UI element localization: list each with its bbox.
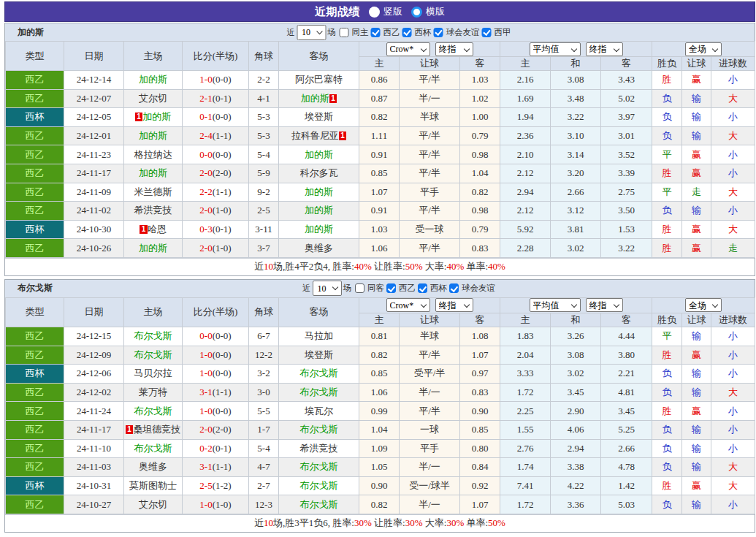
summary-part: 40%	[446, 261, 464, 273]
halftime-score: (0-1)	[213, 224, 232, 235]
outcome-0: 负	[652, 202, 682, 221]
fulltime-score: 0-0	[199, 149, 212, 160]
col-header: 客	[460, 313, 500, 327]
checkbox-same-home[interactable]: 同主	[340, 27, 369, 38]
checkbox-label-laliga2: 西乙	[399, 283, 416, 294]
fulltime-score: 0-3	[199, 224, 212, 235]
outcome-0-label: 负	[663, 499, 672, 510]
corners: 4-1	[249, 89, 279, 108]
checkbox-laliga2-input[interactable]	[386, 283, 396, 293]
bookmaker-select[interactable]: Crow*	[387, 299, 429, 311]
checkbox-club-friendly[interactable]: 球会友谊	[449, 283, 495, 294]
checkbox-club-friendly-input[interactable]	[449, 283, 459, 293]
radio-label-vertical: 竖版	[383, 5, 402, 18]
vertical-layout-radio[interactable]	[369, 7, 380, 18]
col-header: 和	[551, 57, 601, 71]
away-team: 埃登斯	[279, 346, 359, 365]
outcome-2: 小	[711, 420, 755, 439]
matches-table-body: 西乙24-12-15布尔戈斯0-0(0-0)6-7马拉加0.81半球1.081.…	[6, 327, 755, 514]
bookmaker-select[interactable]: Crow*	[387, 43, 429, 56]
recent-count-select[interactable]: 10	[313, 281, 341, 295]
horizontal-layout-radio[interactable]	[411, 7, 422, 18]
fulltime-select[interactable]: 全场	[686, 299, 721, 311]
asian-odds-0: 0.82	[359, 346, 400, 365]
away-team-name: 加的斯	[305, 186, 333, 197]
outcome-2: 走	[711, 239, 755, 258]
outcome-0-label: 胜	[663, 349, 672, 360]
outcome-0: 负	[652, 108, 682, 127]
corners: 2-2	[249, 71, 279, 90]
checkbox-copa[interactable]: 西杯	[402, 27, 432, 38]
outcome-1-label: 赢	[692, 74, 701, 85]
outcome-1-label: 输	[692, 205, 701, 216]
score: 0-3(0-1)	[183, 220, 249, 239]
asian-odds-0: 0.81	[359, 327, 400, 346]
checkbox-laliga-input[interactable]	[482, 28, 492, 37]
score: 3-1(1-1)	[183, 383, 249, 402]
layout-radio-vertical[interactable]: 竖版	[369, 5, 402, 18]
checkbox-laliga2-input[interactable]	[371, 28, 381, 37]
checkbox-copa-input[interactable]	[402, 28, 412, 37]
checkbox-laliga[interactable]: 西甲	[482, 27, 511, 38]
outcome-2: 小	[711, 346, 755, 365]
recent-count-select[interactable]: 10	[297, 26, 325, 39]
outcome-1: 赢	[682, 346, 711, 365]
checkbox-club-friendly[interactable]: 球会友谊	[434, 27, 480, 38]
average-select[interactable]: 平均值	[530, 299, 580, 311]
asian-final-select-wrap: 终指	[435, 42, 473, 56]
match-date: 24-12-07	[64, 89, 124, 108]
asian-odds-2: 1.07	[460, 495, 500, 514]
fulltime-select[interactable]: 全场	[686, 43, 721, 56]
outcome-1: 赢	[682, 476, 711, 495]
col-header: 类型	[6, 42, 64, 71]
asian-odds-2: 1.04	[460, 164, 500, 183]
euro-final-select[interactable]: 终指	[587, 299, 622, 311]
outcome-0-label: 负	[663, 386, 672, 397]
outcome-1-label: 输	[692, 443, 701, 454]
fulltime-score: 2-5	[199, 480, 212, 491]
outcome-2-label: 小	[728, 167, 738, 178]
home-team-name: 加的斯	[139, 130, 167, 141]
corners: 2-5	[249, 202, 279, 221]
outcome-1-label: 输	[692, 111, 701, 122]
match-row: 西乙24-12-14加的斯1-0(0-0)2-2阿尔巴塞特0.86平/半1.03…	[6, 71, 755, 90]
checkbox-same-home-input[interactable]	[340, 28, 349, 37]
col-header: 进球数	[711, 313, 755, 327]
sections-container: 加的斯近10场同主西乙西杯球会友谊西甲类型日期主场比分(半场)角球客场Crow*…	[4, 23, 755, 533]
match-row: 西乙24-10-26加的斯2-0(1-0)3-7奥维多1.06平/半0.832.…	[6, 239, 755, 258]
euro-odds-2: 3.45	[601, 402, 652, 421]
asian-final-select[interactable]: 终指	[436, 299, 473, 311]
euro-odds-2: 3.80	[601, 346, 652, 365]
checkbox-laliga2[interactable]: 西乙	[371, 27, 400, 38]
competition-type-label: 西乙	[26, 205, 45, 216]
checkbox-same-away-input[interactable]	[355, 283, 364, 293]
checkbox-club-friendly-input[interactable]	[434, 28, 443, 37]
filter-controls: 近10场同客西乙西杯球会友谊	[301, 281, 495, 296]
corners: 5-9	[249, 164, 279, 183]
euro-final-select[interactable]: 终指	[587, 43, 622, 56]
checkbox-same-away[interactable]: 同客	[355, 283, 384, 294]
red-card-badge: 1	[126, 425, 134, 434]
halftime-score: (1-2)	[213, 480, 232, 491]
radio-label-horizontal: 横版	[426, 5, 445, 18]
checkbox-copa[interactable]: 西杯	[418, 283, 447, 294]
odds-group-1: 平均值终指	[500, 42, 652, 57]
halftime-score: (0-1)	[213, 93, 232, 104]
away-team-name: 拉科鲁尼亚	[291, 130, 339, 141]
checkbox-laliga2[interactable]: 西乙	[386, 283, 416, 294]
average-select[interactable]: 平均值	[530, 43, 580, 56]
home-team: 奥维多	[124, 458, 183, 477]
match-row: 西乙24-12-07艾尔切2-1(0-1)4-1加的斯10.87半/一1.021…	[6, 89, 755, 108]
col-header: 主	[359, 57, 400, 71]
checkbox-copa-input[interactable]	[418, 283, 427, 293]
layout-radio-horizontal[interactable]: 横版	[411, 5, 445, 18]
asian-final-select[interactable]: 终指	[436, 43, 473, 56]
outcome-0: 胜	[652, 71, 682, 90]
outcome-0: 负	[652, 439, 682, 458]
competition-type-label: 西乙	[26, 130, 45, 141]
score: 0-2(0-1)	[183, 439, 249, 458]
asian-odds-1: 平手	[400, 439, 460, 458]
asian-odds-1: 受平/半	[400, 365, 460, 384]
competition-type-label: 西乙	[26, 93, 45, 104]
away-team: 加的斯	[279, 220, 359, 239]
